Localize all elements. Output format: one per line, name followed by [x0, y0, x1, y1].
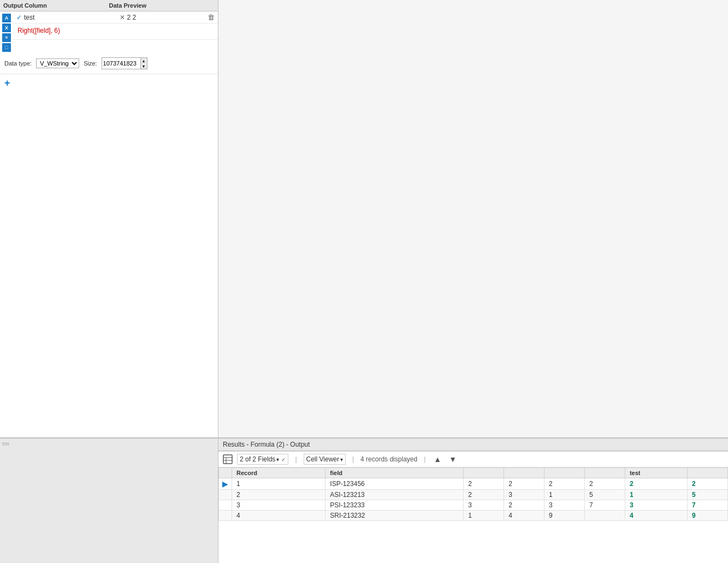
table-cell-v3: 9	[544, 511, 585, 521]
add-field-row: +	[0, 74, 218, 92]
table-cell-v2: 2	[504, 478, 544, 490]
table-cell-field: ISP-123456	[325, 478, 464, 490]
th-test: test	[625, 468, 687, 478]
data-type-row: Data type: V_WString String WString Int3…	[0, 53, 218, 74]
table-cell-v4: 5	[585, 490, 625, 500]
row-icon-cell: ▶	[219, 478, 232, 490]
table-cell-v1: 2	[464, 490, 504, 500]
table-cell-v2: 4	[504, 511, 544, 521]
field-name-text: test	[24, 14, 120, 21]
table-cell-test: 3	[625, 500, 687, 511]
table-cell-field: ASI-123213	[325, 490, 464, 500]
th-record: Record	[232, 468, 325, 478]
table-cell-record: 1	[232, 478, 325, 490]
data-table: Record field test ▶1ISP-1234562222222ASI…	[218, 467, 728, 563]
results-table: Record field test ▶1ISP-1234562222222ASI…	[218, 467, 728, 521]
output-column-header: Output Column	[3, 2, 109, 9]
check-icon: ✓	[16, 14, 22, 21]
table-cell-v3: 3	[544, 500, 585, 511]
table-cell-v1: 3	[464, 500, 504, 511]
data-type-label: Data type:	[4, 60, 32, 67]
th-v4	[585, 468, 625, 478]
table-cell-v2: 3	[504, 490, 544, 500]
row-icon-cell	[219, 500, 232, 511]
table-body: ▶1ISP-1234562222222ASI-1232132315153PSI-…	[219, 478, 728, 521]
table-cell-v4	[585, 511, 625, 521]
fields-dropdown[interactable]: 2 of 2 Fields ▾ ✓	[237, 454, 288, 465]
field-preview: ✕ 2 2 🗑	[120, 13, 215, 21]
size-spinners: ▲ ▼	[140, 58, 147, 69]
delete-button[interactable]: 🗑	[208, 13, 215, 21]
size-input[interactable]	[102, 60, 140, 67]
table-cell-v1: 1	[464, 511, 504, 521]
table-icon-button[interactable]	[223, 454, 233, 464]
field-row-container: A X = □ ✓ test ✕ 2 2 🗑 Right([field]	[0, 11, 218, 53]
size-label: Size:	[84, 60, 97, 67]
left-config-panel: Output Column Data Preview A X = □ ✓ tes…	[0, 0, 218, 437]
th-v3	[544, 468, 585, 478]
cell-viewer-chevron: ▾	[340, 457, 343, 463]
bottom-split: ew Results - Formula (2) - Output	[0, 438, 728, 563]
table-cell-test2: 2	[688, 478, 728, 490]
cell-viewer-label: Cell Viewer	[306, 455, 339, 463]
size-input-wrap: ▲ ▼	[102, 57, 147, 69]
table-cell-test: 2	[625, 478, 687, 490]
separator-2: |	[352, 455, 354, 463]
field-main-area: ✓ test ✕ 2 2 🗑 Right([field], 6)	[13, 11, 218, 40]
column-headers: Output Column Data Preview	[0, 0, 218, 11]
table-cell-test2: 7	[688, 500, 728, 511]
table-row: 2ASI-123213231515	[219, 490, 728, 500]
add-field-button[interactable]: +	[0, 75, 15, 91]
th-test2	[688, 468, 728, 478]
svg-rect-10	[223, 455, 232, 464]
tool-btn-x[interactable]: X	[2, 23, 11, 32]
preview-value: 2 2	[127, 14, 137, 21]
table-cell-field: SRI-213232	[325, 511, 464, 521]
toolbar-row: 2 of 2 Fields ▾ ✓ | Cell Viewer ▾ | 4 re…	[218, 452, 728, 467]
table-cell-v1: 2	[464, 478, 504, 490]
formula-area: Right([field], 6)	[13, 23, 218, 40]
bottom-right-panel: Results - Formula (2) - Output 2 of 2 Fi…	[218, 438, 728, 563]
table-row: 4SRI-21323214949	[219, 511, 728, 521]
table-icon	[223, 454, 233, 464]
table-cell-v3: 1	[544, 490, 585, 500]
table-cell-record: 4	[232, 511, 325, 521]
tool-btn-box[interactable]: □	[2, 43, 11, 52]
records-count-label: 4 records displayed	[360, 455, 417, 463]
tool-btn-a[interactable]: A	[2, 14, 11, 22]
table-cell-test: 4	[625, 511, 687, 521]
row-icon-cell	[219, 511, 232, 521]
bottom-panel: ew Results - Formula (2) - Output	[0, 437, 728, 563]
spinner-up[interactable]: ▲	[140, 58, 147, 63]
row-marker-icon: ▶	[222, 479, 228, 488]
canvas-area: test = Right ([field], 6)	[218, 0, 728, 437]
data-preview-header: Data Preview	[109, 2, 215, 9]
table-cell-test2: 5	[688, 490, 728, 500]
bottom-left-panel: ew	[0, 438, 218, 563]
formula-text: Right([field], 6)	[17, 27, 60, 34]
table-cell-v4: 7	[585, 500, 625, 511]
table-cell-field: PSI-123233	[325, 500, 464, 511]
bottom-left-label: ew	[2, 441, 9, 447]
data-type-select[interactable]: V_WString String WString Int32 Double	[36, 58, 79, 68]
table-cell-v2: 2	[504, 500, 544, 511]
table-row: 3PSI-123233323737	[219, 500, 728, 511]
spinner-down[interactable]: ▼	[140, 63, 147, 69]
table-cell-record: 2	[232, 490, 325, 500]
field-row: ✓ test ✕ 2 2 🗑	[13, 11, 218, 23]
row-icon-cell	[219, 490, 232, 500]
table-header-row: Record field test	[219, 468, 728, 478]
table-cell-v3: 2	[544, 478, 585, 490]
separator-3: |	[424, 455, 425, 463]
table-cell-v4: 2	[585, 478, 625, 490]
separator-1: |	[295, 455, 297, 463]
chevron-down-icon: ▾	[276, 457, 279, 463]
nav-down-button[interactable]: ▼	[447, 454, 458, 464]
th-field: field	[325, 468, 464, 478]
tool-btn-eq[interactable]: =	[2, 33, 11, 42]
table-row: ▶1ISP-123456222222	[219, 478, 728, 490]
nav-up-button[interactable]: ▲	[432, 454, 443, 464]
results-header: Results - Formula (2) - Output	[218, 438, 728, 451]
cell-viewer-button[interactable]: Cell Viewer ▾	[304, 454, 346, 465]
clear-button[interactable]: ✕	[120, 14, 125, 21]
